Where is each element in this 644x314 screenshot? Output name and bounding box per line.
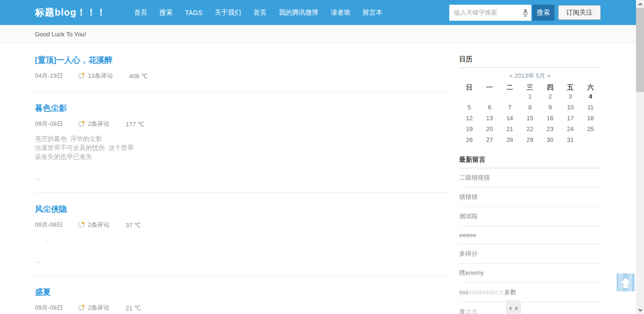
search-input[interactable] (449, 5, 531, 21)
calendar-day-header: 四 (540, 83, 560, 92)
comment-link[interactable]: sssssddddddz大多数 (459, 283, 601, 302)
calendar-day-header: 二 (500, 83, 520, 92)
scrollbar-down-arrow[interactable] (636, 306, 644, 314)
calendar-date: 10 (560, 103, 580, 112)
post-excerpt: 苍茫的暮色 浮华的尘影 沦落世界不可企及的忧伤 这个世界 该丧失的也早已丧失 (35, 134, 452, 161)
post-title-link[interactable]: [置顶]一人心，花溪醉 (35, 55, 112, 66)
post-meta: 09月-08日 2条评论 37 ℃ (35, 221, 452, 229)
autoscroll-origin-icon (506, 300, 520, 314)
post-ellipsis: ... (35, 257, 452, 264)
comment-link[interactable]: 测试啦 (459, 207, 601, 226)
comment-link[interactable]: eeeee (459, 226, 601, 244)
search-button[interactable]: 搜索 (532, 5, 554, 21)
comment-text-segment: 发发 (465, 308, 478, 314)
comment-bubble-star-icon (78, 120, 85, 128)
calendar-date: 7 (500, 103, 520, 112)
nav-link[interactable]: 关于我们 (208, 8, 247, 17)
comment-text-segment: sss (459, 289, 469, 296)
calendar-date: 17 (560, 114, 580, 123)
scrollbar-thumb[interactable] (636, 8, 644, 92)
nav-link[interactable]: 搜索 (153, 8, 179, 17)
nav-link[interactable]: TAGS (179, 9, 208, 17)
post-title-link[interactable]: 盛夏 (35, 287, 51, 297)
site-slogan-bar: Good Luck To You! (0, 25, 644, 44)
vertical-scrollbar[interactable] (636, 0, 644, 314)
post-comments-count: 2条评论 (88, 221, 109, 229)
calendar-date: 21 (500, 124, 520, 133)
post-title-link[interactable]: 风尘侠隐 (35, 204, 67, 215)
calendar-date: 18 (580, 114, 601, 123)
comment-link[interactable]: 嘿enemy (459, 264, 601, 283)
nav-link[interactable]: 我的腾讯微博 (272, 8, 324, 17)
post-comments-count: 13条评论 (88, 72, 113, 80)
calendar-date: 5 (459, 103, 479, 112)
post-date: 04月-19日 (35, 72, 63, 80)
post-item: [置顶]一人心，花溪醉 04月-19日 13条评论 406 ℃ (35, 44, 452, 92)
calendar-date: 28 (500, 135, 520, 144)
calendar-widget: 日历 « 2013年 5月 » 日一二三四五六 1234567891011121… (459, 50, 601, 144)
post-date: 09月-08日 (35, 221, 63, 229)
post-item: 风尘侠隐 09月-08日 2条评论 37 ℃ .. ... (35, 193, 452, 276)
calendar-date: 27 (479, 135, 500, 144)
nav-link[interactable]: 首页 (128, 8, 153, 17)
calendar-date: 23 (540, 124, 560, 133)
post-comments-link[interactable]: 13条评论 (78, 72, 113, 80)
post-comments-link[interactable]: 2条评论 (78, 221, 109, 229)
post-meta: 09月-08日 2条评论 21 ℃ (35, 304, 452, 312)
calendar-date: 2 (540, 92, 560, 101)
post-meta: 04月-19日 13条评论 406 ℃ (35, 72, 452, 80)
site-title: 标题blog！！！ (35, 6, 106, 19)
post-comments-link[interactable]: 2条评论 (78, 120, 109, 128)
post-comments-link[interactable]: 2条评论 (78, 304, 109, 312)
calendar-date: 31 (560, 135, 580, 144)
calendar-date: 1 (520, 92, 540, 101)
calendar-date: 6 (479, 103, 500, 112)
calendar-date: 25 (580, 124, 601, 133)
calendar-date: 16 (540, 114, 560, 123)
comment-bubble-star-icon (78, 72, 85, 80)
scrollbar-up-arrow[interactable] (636, 0, 644, 8)
post-item: 盛夏 09月-08日 2条评论 21 ℃ (35, 276, 452, 314)
calendar-date: 4 (580, 92, 601, 101)
post-views-temp: 37 ℃ (125, 222, 141, 229)
back-to-top-button[interactable] (617, 273, 635, 291)
comment-link[interactable]: 多得分 (459, 244, 601, 264)
post-date: 09月-08日 (35, 304, 63, 312)
calendar-day-header-row: 日一二三四五六 (459, 83, 601, 92)
nav-link[interactable]: 留言本 (356, 8, 388, 17)
comment-link[interactable]: 发发发 (459, 302, 601, 314)
search-group: 搜索 订阅关注 (449, 5, 601, 21)
calendar-date (500, 92, 520, 101)
calendar-date: 29 (520, 135, 540, 144)
calendar-date (580, 135, 601, 144)
site-slogan: Good Luck To You! (35, 31, 601, 38)
calendar-date: 30 (540, 135, 560, 144)
top-navigation-bar: 标题blog！！！ 首页搜索TAGS关于我们首页我的腾讯微博读者墙留言本 搜索 (0, 0, 644, 25)
calendar-date (479, 92, 500, 101)
calendar-date: 3 (560, 92, 580, 101)
nav-link[interactable]: 首页 (247, 8, 272, 17)
latest-comments-widget: 最新留言 二级猜猜猜 猜猜猜 测试啦 eeeee 多得分 嘿enemy ssss… (459, 151, 601, 314)
comment-link[interactable]: 二级猜猜猜 (459, 168, 601, 188)
post-item: 暮色尘影 09月-08日 2条评论 177 ℃ 苍茫的暮色 浮华的尘影 沦落世界… (35, 92, 452, 193)
post-views-temp: 177 ℃ (125, 121, 144, 128)
calendar-month-nav[interactable]: « 2013年 5月 » (459, 72, 601, 80)
post-date: 09月-08日 (35, 120, 63, 128)
latest-comments-list: 二级猜猜猜 猜猜猜 测试啦 eeeee 多得分 嘿enemy sssssdddd… (459, 168, 601, 314)
subscribe-button[interactable]: 订阅关注 (558, 5, 601, 20)
microphone-icon[interactable] (522, 8, 528, 19)
post-comments-count: 2条评论 (88, 120, 109, 128)
comment-text-segment: ssddddddz大 (469, 289, 504, 296)
calendar-date: 26 (459, 135, 479, 144)
post-meta: 09月-08日 2条评论 177 ℃ (35, 120, 452, 128)
calendar-heading: 日历 (459, 50, 601, 68)
calendar-date: 8 (520, 103, 540, 112)
post-title-link[interactable]: 暮色尘影 (35, 103, 67, 114)
calendar-date: 12 (459, 114, 479, 123)
calendar-day-header: 三 (520, 83, 540, 92)
calendar-date: 24 (560, 124, 580, 133)
blog-page: 标题blog！！！ 首页搜索TAGS关于我们首页我的腾讯微博读者墙留言本 搜索 (0, 0, 644, 314)
comment-link[interactable]: 猜猜猜 (459, 188, 601, 207)
post-views-temp: 406 ℃ (129, 73, 148, 80)
nav-link[interactable]: 读者墙 (324, 8, 356, 17)
